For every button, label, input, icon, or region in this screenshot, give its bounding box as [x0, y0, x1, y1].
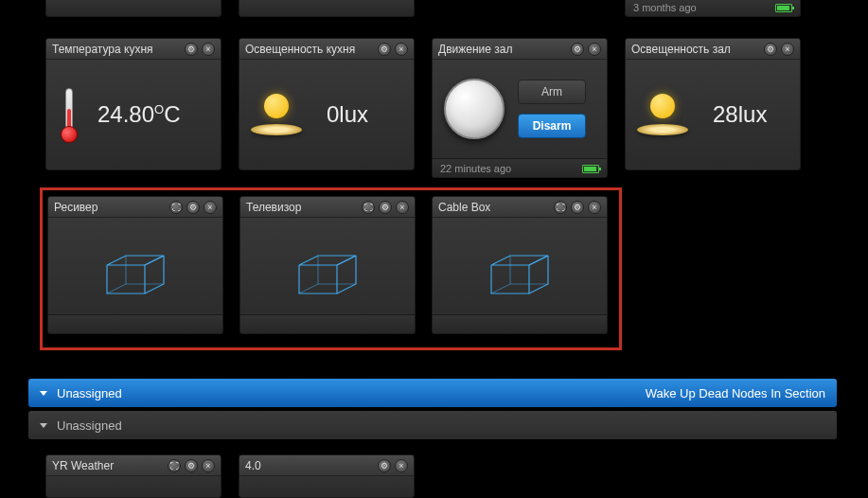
expand-icon[interactable]: ⛶	[362, 201, 375, 214]
value: 0lux	[327, 101, 368, 128]
value: 24.80OC	[97, 101, 181, 128]
tile-title: Cable Box	[438, 201, 554, 214]
close-icon[interactable]: ×	[588, 43, 601, 56]
tile-cablebox: Cable Box ⛶ ⚙ ×	[432, 196, 608, 334]
motion-sensor-icon	[444, 79, 505, 139]
settings-icon[interactable]: ⚙	[378, 43, 391, 56]
tile-title: Освещенность кухня	[245, 43, 378, 56]
timestamp: 22 minutes ago	[440, 163, 511, 174]
chevron-down-icon	[40, 391, 47, 396]
tile-yr-weather: YR Weather ⛶ ⚙ ×	[45, 454, 221, 498]
disarm-button[interactable]: Disarm	[518, 114, 586, 138]
section-title: Unassigned	[57, 418, 122, 433]
thermometer-icon	[58, 86, 80, 143]
close-icon[interactable]: ×	[202, 43, 215, 56]
tile-title: 4.0	[245, 459, 378, 472]
tile-title: Температура кухня	[52, 43, 185, 56]
tile-footer-stub	[239, 0, 415, 17]
close-icon[interactable]: ×	[395, 459, 408, 472]
tile-4-0: 4.0 ⚙ ×	[239, 454, 415, 498]
close-icon[interactable]: ×	[396, 201, 409, 214]
lux-icon	[251, 94, 302, 135]
settings-icon[interactable]: ⚙	[186, 201, 200, 214]
wake-dead-nodes-link[interactable]: Wake Up Dead Nodes In Section	[646, 386, 825, 400]
tile-title: Движение зал	[438, 43, 571, 56]
tile-footer-stub	[45, 0, 221, 17]
tile-title: Освещенность зал	[631, 43, 764, 56]
expand-icon[interactable]: ⛶	[554, 201, 567, 214]
value: 28lux	[713, 101, 767, 128]
tile-tv: Телевизор ⛶ ⚙ ×	[239, 196, 416, 334]
tile-footer-stub: 3 months ago	[625, 0, 801, 17]
settings-icon[interactable]: ⚙	[185, 459, 198, 472]
settings-icon[interactable]: ⚙	[378, 459, 391, 472]
timestamp: 3 months ago	[633, 2, 697, 13]
settings-icon[interactable]: ⚙	[571, 43, 584, 56]
close-icon[interactable]: ×	[204, 201, 217, 214]
close-icon[interactable]: ×	[202, 459, 215, 472]
tile-light-hall: Освещенность зал ⚙ × 28lux	[625, 38, 801, 170]
arm-button[interactable]: Arm	[518, 80, 586, 104]
tile-motion-hall: Движение зал ⚙ × Arm Disarm 22 minutes a…	[432, 38, 608, 178]
section-unassigned-primary[interactable]: Unassigned Wake Up Dead Nodes In Section	[28, 379, 837, 407]
close-icon[interactable]: ×	[781, 43, 794, 56]
close-icon[interactable]: ×	[395, 43, 408, 56]
tile-title: Телевизор	[246, 201, 362, 214]
close-icon[interactable]: ×	[588, 201, 601, 214]
settings-icon[interactable]: ⚙	[185, 43, 198, 56]
tile-title: YR Weather	[52, 459, 168, 472]
settings-icon[interactable]: ⚙	[379, 201, 392, 214]
battery-icon	[775, 4, 792, 12]
lux-icon	[637, 94, 688, 135]
tile-title: Ресивер	[54, 201, 169, 214]
section-unassigned-secondary[interactable]: Unassigned	[28, 411, 837, 439]
tile-receiver: Ресивер ⛶ ⚙ ×	[47, 196, 223, 334]
section-title: Unassigned	[57, 386, 122, 400]
settings-icon[interactable]: ⚙	[764, 43, 777, 56]
tile-light-kitchen: Освещенность кухня ⚙ × 0lux	[239, 38, 415, 170]
chevron-down-icon	[40, 423, 47, 428]
settings-icon[interactable]: ⚙	[571, 201, 584, 214]
expand-icon[interactable]: ⛶	[168, 459, 181, 472]
tile-temp-kitchen: Температура кухня ⚙ × 24.80OC	[45, 38, 221, 170]
expand-icon[interactable]: ⛶	[169, 201, 183, 214]
battery-icon	[582, 165, 599, 173]
